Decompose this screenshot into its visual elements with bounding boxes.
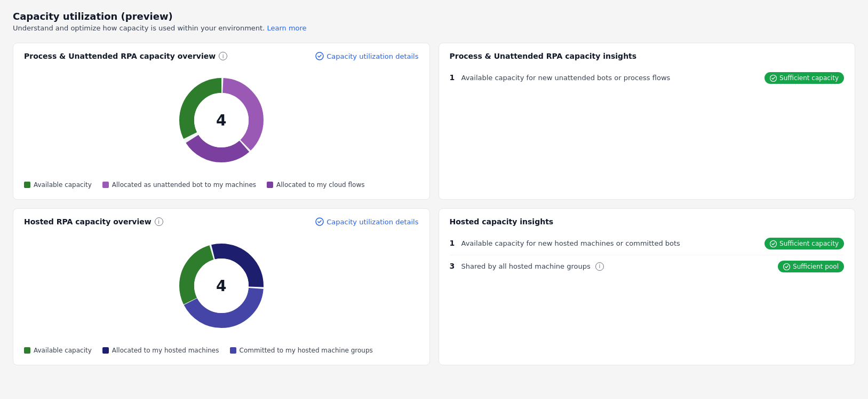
hosted-insights-title: Hosted capacity insights: [450, 217, 554, 226]
hosted-overview-info-icon[interactable]: i: [155, 217, 163, 226]
hosted-legend-item-available: Available capacity: [24, 347, 92, 354]
hosted-insight-text-1: Available capacity for new hosted machin…: [461, 239, 680, 248]
process-donut-wrapper: 4: [173, 72, 269, 168]
hosted-insight-number-2: 3: [450, 262, 457, 270]
process-sufficient-capacity-badge: Sufficient capacity: [765, 72, 844, 84]
process-insight-number-1: 1: [450, 73, 457, 82]
hosted-legend: Available capacity Allocated to my hoste…: [24, 347, 419, 354]
process-insight-left-1: 1 Available capacity for new unattended …: [450, 73, 759, 83]
process-insight-text-1: Available capacity for new unattended bo…: [461, 73, 671, 83]
process-legend: Available capacity Allocated as unattend…: [24, 181, 419, 189]
hosted-insight-info-icon[interactable]: i: [595, 262, 604, 271]
hosted-insights-header: Hosted capacity insights: [450, 217, 845, 226]
hosted-donut-container: 4: [24, 232, 419, 342]
hosted-check-circle-icon: [315, 217, 324, 226]
check-circle-icon: [315, 52, 324, 60]
dashboard-grid: Process & Unattended RPA capacity overvi…: [13, 43, 855, 365]
hosted-capacity-details-link[interactable]: Capacity utilization details: [315, 217, 418, 226]
process-overview-card: Process & Unattended RPA capacity overvi…: [13, 43, 430, 200]
hosted-overview-header: Hosted RPA capacity overview i Capacity …: [24, 217, 419, 226]
process-insights-header: Process & Unattended RPA capacity insigh…: [450, 52, 845, 60]
hosted-insight-row-2: 3 Shared by all hosted machine groups i …: [450, 255, 845, 278]
hosted-legend-item-machines: Allocated to my hosted machines: [102, 347, 219, 354]
hosted-legend-item-groups: Committed to my hosted machine groups: [230, 347, 373, 354]
hosted-insight-number-1: 1: [450, 239, 457, 247]
page-title: Capacity utilization (preview): [13, 11, 855, 22]
hosted-sufficient-capacity-badge: Sufficient capacity: [765, 238, 844, 249]
hosted-donut-wrapper: 4: [173, 238, 269, 334]
hosted-insight-left-1: 1 Available capacity for new hosted mach…: [450, 239, 759, 248]
legend-item-available: Available capacity: [24, 181, 92, 189]
process-insights-title: Process & Unattended RPA capacity insigh…: [450, 52, 637, 60]
hosted-legend-dot-groups: [230, 347, 236, 354]
hosted-sufficient-pool-badge: Sufficient pool: [778, 261, 844, 272]
hosted-badge-check-icon-2: [783, 263, 790, 270]
process-donut-center: 4: [216, 112, 226, 129]
hosted-insights-card: Hosted capacity insights 1 Available cap…: [439, 208, 856, 365]
hosted-legend-dot-machines: [102, 347, 109, 354]
process-insight-row-1: 1 Available capacity for new unattended …: [450, 67, 845, 89]
process-capacity-details-link[interactable]: Capacity utilization details: [315, 52, 418, 60]
page-header: Capacity utilization (preview) Understan…: [13, 11, 855, 32]
legend-item-cloud: Allocated to my cloud flows: [267, 181, 364, 189]
process-overview-title: Process & Unattended RPA capacity overvi…: [24, 52, 216, 60]
legend-item-unattended: Allocated as unattended bot to my machin…: [102, 181, 256, 189]
process-insights-card: Process & Unattended RPA capacity insigh…: [439, 43, 856, 200]
hosted-overview-title: Hosted RPA capacity overview: [24, 217, 152, 226]
hosted-badge-check-icon-1: [770, 240, 777, 247]
hosted-donut-center: 4: [216, 277, 226, 295]
page-subtitle: Understand and optimize how capacity is …: [13, 24, 855, 32]
hosted-insight-left-2: 3 Shared by all hosted machine groups i: [450, 262, 772, 271]
badge-check-icon: [770, 75, 777, 82]
hosted-title-group: Hosted RPA capacity overview i: [24, 217, 163, 226]
legend-dot-cloud: [267, 182, 273, 188]
process-overview-header: Process & Unattended RPA capacity overvi…: [24, 52, 419, 60]
legend-dot-unattended: [102, 182, 109, 188]
hosted-overview-card: Hosted RPA capacity overview i Capacity …: [13, 208, 430, 365]
learn-more-link[interactable]: Learn more: [267, 24, 306, 32]
process-overview-info-icon[interactable]: i: [219, 52, 227, 60]
process-title-group: Process & Unattended RPA capacity overvi…: [24, 52, 227, 60]
hosted-insight-row-1: 1 Available capacity for new hosted mach…: [450, 232, 845, 255]
process-donut-container: 4: [24, 67, 419, 177]
hosted-insight-text-2: Shared by all hosted machine groups i: [461, 262, 604, 271]
legend-dot-available: [24, 182, 30, 188]
hosted-legend-dot-available: [24, 347, 30, 354]
